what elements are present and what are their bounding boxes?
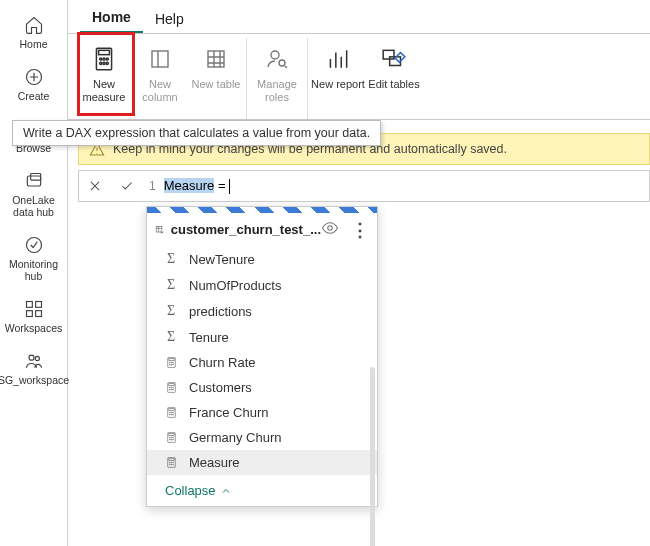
rail-create[interactable]: Create	[0, 60, 67, 112]
manage-roles-button[interactable]: Manage roles	[249, 38, 305, 119]
sigma-icon: Σ	[163, 251, 179, 267]
svg-rect-5	[26, 302, 32, 308]
sigma-icon: Σ	[163, 329, 179, 345]
field-name: Churn Rate	[189, 355, 255, 370]
tab-home[interactable]: Home	[80, 3, 143, 33]
field-name: Tenure	[189, 330, 229, 345]
ribbon-label: New report	[311, 78, 365, 91]
svg-point-14	[103, 58, 105, 60]
rail-monitoring[interactable]: Monitoring hub	[0, 228, 67, 292]
field-row[interactable]: ΣNumOfProducts	[147, 272, 377, 298]
ribbon-label: Edit tables	[368, 78, 419, 91]
ribbon: New measure New column New table Manage …	[68, 34, 650, 120]
svg-point-26	[328, 226, 333, 231]
svg-point-29	[169, 362, 170, 363]
collapse-button[interactable]: Collapse	[147, 475, 377, 506]
more-icon[interactable]: ⋮	[351, 223, 369, 237]
new-column-button[interactable]: New column	[132, 38, 188, 119]
field-name: Germany Churn	[189, 430, 281, 445]
commit-button[interactable]	[111, 171, 143, 201]
svg-point-41	[171, 389, 172, 390]
rail-sg-workspace[interactable]: SG_workspace	[0, 344, 67, 396]
column-icon	[145, 44, 175, 74]
svg-point-45	[169, 412, 170, 413]
ribbon-label: New column	[132, 78, 188, 104]
svg-point-63	[172, 462, 173, 463]
svg-point-34	[172, 364, 173, 365]
panel-header[interactable]: customer_churn_test_... ⋮	[147, 213, 377, 246]
tooltip: Write a DAX expression that calculates a…	[12, 120, 381, 146]
database-icon	[23, 170, 45, 192]
svg-point-38	[171, 387, 172, 388]
fields-panel: customer_churn_test_... ⋮ ΣNewTenureΣNum…	[146, 206, 378, 507]
visibility-icon[interactable]	[321, 219, 345, 240]
table-icon	[201, 44, 231, 74]
svg-rect-7	[26, 311, 32, 317]
ribbon-label: New measure	[76, 78, 132, 104]
rail-onelake[interactable]: OneLake data hub	[0, 164, 67, 228]
svg-point-30	[171, 362, 172, 363]
svg-rect-36	[168, 384, 173, 386]
field-name: France Churn	[189, 405, 268, 420]
svg-point-17	[103, 62, 105, 64]
new-report-button[interactable]: New report	[310, 38, 366, 119]
rail-label: OneLake data hub	[12, 194, 55, 218]
svg-point-4	[26, 238, 41, 253]
svg-point-49	[171, 414, 172, 415]
svg-rect-6	[35, 302, 41, 308]
cancel-button[interactable]	[79, 171, 111, 201]
workspaces-icon	[23, 298, 45, 320]
svg-rect-23	[383, 50, 394, 59]
svg-rect-25	[156, 226, 162, 232]
svg-point-53	[169, 437, 170, 438]
chevron-up-icon	[220, 485, 232, 497]
formula-input[interactable]: Measure =	[162, 178, 232, 194]
field-name: Measure	[189, 455, 240, 470]
line-number: 1	[143, 179, 162, 193]
svg-rect-12	[99, 50, 110, 54]
field-row[interactable]: Churn Rate	[147, 350, 377, 375]
bar-chart-icon	[323, 44, 353, 74]
field-row[interactable]: Σpredictions	[147, 298, 377, 324]
field-row[interactable]: ΣTenure	[147, 324, 377, 350]
calculator-icon	[163, 431, 179, 444]
field-row[interactable]: Customers	[147, 375, 377, 400]
svg-rect-28	[168, 359, 173, 361]
table-link-icon	[155, 221, 165, 239]
svg-point-10	[35, 356, 39, 360]
calculator-icon	[163, 406, 179, 419]
sigma-icon: Σ	[163, 277, 179, 293]
svg-rect-8	[35, 311, 41, 317]
svg-point-56	[169, 439, 170, 440]
new-table-button[interactable]: New table	[188, 38, 244, 119]
edit-tables-button[interactable]: Edit tables	[366, 38, 422, 119]
svg-point-61	[169, 462, 170, 463]
field-row[interactable]: Germany Churn	[147, 425, 377, 450]
left-nav-rail: Home Create Browse OneLake data hub Moni…	[0, 0, 68, 546]
svg-point-62	[171, 462, 172, 463]
table-name: customer_churn_test_...	[171, 222, 321, 237]
field-row[interactable]: ΣNewTenure	[147, 246, 377, 272]
new-measure-button[interactable]: New measure	[76, 38, 132, 119]
svg-point-66	[172, 464, 173, 465]
scrollbar[interactable]	[370, 367, 375, 546]
rail-home[interactable]: Home	[0, 8, 67, 60]
svg-point-31	[172, 362, 173, 363]
home-icon	[23, 14, 45, 36]
svg-point-15	[106, 58, 108, 60]
svg-point-47	[172, 412, 173, 413]
tab-help[interactable]: Help	[143, 5, 196, 33]
monitoring-icon	[23, 234, 45, 256]
svg-rect-2	[27, 176, 40, 186]
svg-point-33	[171, 364, 172, 365]
svg-point-39	[172, 387, 173, 388]
svg-rect-60	[168, 459, 173, 461]
formula-bar: 1 Measure =	[78, 170, 650, 202]
svg-point-55	[172, 437, 173, 438]
field-row[interactable]: Measure	[147, 450, 377, 475]
svg-point-40	[169, 389, 170, 390]
ribbon-label: New table	[192, 78, 241, 91]
rail-workspaces[interactable]: Workspaces	[0, 292, 67, 344]
field-row[interactable]: France Churn	[147, 400, 377, 425]
calculator-icon	[163, 456, 179, 469]
